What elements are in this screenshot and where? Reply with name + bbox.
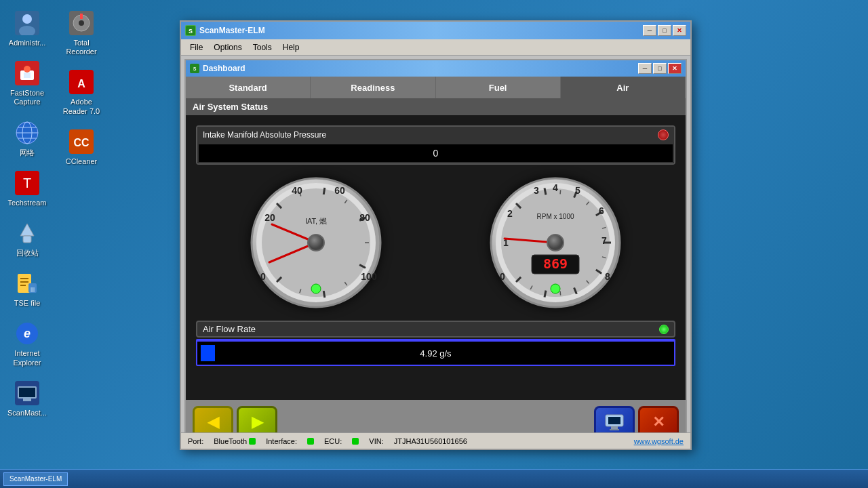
svg-line-78 [560, 291, 561, 296]
airflow-title-bar: Air Flow Rate [196, 321, 675, 338]
admin-label: Administr... [9, 39, 45, 47]
dashboard-maximize[interactable]: □ [653, 63, 667, 74]
svg-line-47 [323, 188, 325, 195]
desktop-icon-ie[interactable]: e InternetExplorer [3, 317, 51, 369]
taskbar: ScanMaster-ELM [0, 469, 868, 488]
ccleaner-label: CCleaner [66, 157, 97, 166]
total-label: TotalRecorder [66, 39, 96, 56]
website-link[interactable]: www.wgsoft.de [634, 437, 684, 445]
tab-air[interactable]: Air [561, 77, 686, 98]
techstream-label: Techstream [8, 199, 47, 207]
airflow-title-text: Air Flow Rate [203, 324, 256, 334]
svg-text:IAT, 燃: IAT, 燃 [305, 217, 327, 225]
close-button[interactable]: ✕ [673, 25, 686, 36]
svg-text:8: 8 [605, 271, 610, 282]
adobe-icon: A [68, 68, 95, 96]
desktop-icon-admin[interactable]: Administr... [3, 7, 51, 50]
desktop-icon-faststone[interactable]: FastStoneCapture [3, 57, 51, 109]
svg-text:A: A [77, 78, 85, 89]
svg-point-97 [551, 284, 560, 293]
airflow-value: 4.92 g/s [196, 339, 675, 366]
main-app-window: S ScanMaster-ELM ─ □ ✕ File Options Tool… [180, 20, 692, 450]
tab-standard[interactable]: Standard [186, 77, 311, 98]
svg-rect-27 [23, 399, 31, 401]
svg-text:|||: ||| [31, 286, 35, 292]
recycle-label: 回收站 [16, 249, 39, 258]
content-area: Intake Manifold Absolute Pressure 0 [186, 115, 686, 400]
ie-icon: e [14, 320, 41, 347]
svg-rect-15 [23, 236, 31, 243]
status-bar: Port: BlueTooth Interface: ECU: VIN: JTJ… [181, 432, 690, 449]
maximize-button[interactable]: □ [658, 25, 671, 36]
svg-rect-31 [80, 14, 83, 19]
svg-line-44 [323, 291, 325, 298]
intake-close-icon[interactable] [658, 129, 669, 140]
menu-help[interactable]: Help [277, 41, 305, 54]
svg-line-69 [545, 291, 546, 298]
menu-file[interactable]: File [184, 41, 208, 54]
svg-point-30 [79, 20, 84, 26]
desktop-icon-scanmast[interactable]: ScanMast... [3, 377, 51, 420]
svg-point-96 [547, 235, 564, 251]
admin-icon [14, 9, 41, 37]
svg-text:20: 20 [264, 212, 275, 223]
svg-point-64 [311, 284, 321, 293]
dashboard-minimize[interactable]: ─ [638, 63, 652, 74]
menu-bar: File Options Tools Help [181, 39, 690, 56]
menu-tools[interactable]: Tools [248, 41, 277, 54]
right-gauge: 0 1 2 3 4 5 6 [488, 175, 623, 310]
desktop-icon-total[interactable]: TotalRecorder [58, 7, 105, 59]
svg-text:e: e [24, 327, 31, 340]
ccleaner-icon: CC [68, 128, 95, 155]
svg-rect-26 [19, 388, 35, 397]
techstream-icon: T [14, 169, 41, 197]
adobe-label: AdobeReader 7.0 [63, 98, 100, 115]
svg-text:3: 3 [534, 185, 539, 196]
svg-text:RPM x 1000: RPM x 1000 [537, 213, 574, 220]
airflow-section: Air Flow Rate 4.92 g/s [196, 321, 675, 366]
dashboard-title-bar: S Dashboard ─ □ ✕ [186, 60, 686, 77]
ie-label: InternetExplorer [14, 349, 41, 367]
left-gauge-svg: 0 20 40 60 80 100 IAT, 燃 [248, 175, 384, 310]
desktop-icon-network[interactable]: 网络 [3, 117, 51, 160]
tab-readiness[interactable]: Readiness [311, 77, 435, 98]
tsefile-icon: ||| [14, 270, 41, 297]
desktop-icon-ccleaner[interactable]: CC CCleaner [58, 125, 105, 169]
minimize-button[interactable]: ─ [643, 25, 656, 36]
tab-fuel[interactable]: Fuel [436, 77, 561, 98]
svg-text:7: 7 [601, 235, 607, 246]
desktop-icon-techstream[interactable]: T Techstream [3, 167, 51, 210]
port-indicator: BlueTooth [214, 437, 256, 445]
svg-text:2: 2 [507, 208, 513, 219]
vin-value: JTJHA31U560101656 [394, 437, 467, 445]
port-label: Port: [188, 437, 203, 445]
desktop-icon-recycle[interactable]: 回收站 [3, 217, 51, 260]
svg-point-63 [308, 235, 324, 251]
scanmast-label: ScanMast... [7, 409, 47, 418]
network-label: 网络 [20, 148, 35, 157]
menu-options[interactable]: Options [208, 41, 247, 54]
svg-text:CC: CC [73, 137, 90, 148]
svg-rect-18 [20, 281, 28, 283]
svg-point-1 [22, 14, 32, 24]
interface-indicator [307, 438, 314, 445]
svg-rect-6 [24, 73, 31, 78]
window-controls: ─ □ ✕ [643, 25, 686, 36]
interface-label: Interface: [266, 437, 297, 445]
svg-text:100: 100 [361, 271, 377, 282]
svg-text:40: 40 [292, 185, 302, 196]
recycle-icon [14, 220, 41, 247]
left-gauge: 0 20 40 60 80 100 IAT, 燃 [248, 175, 384, 310]
dashboard-close[interactable]: ✕ [668, 63, 682, 74]
taskbar-item[interactable]: ScanMaster-ELM [3, 472, 68, 486]
rpm-display: 869 [543, 256, 568, 272]
interface-status-dot [307, 438, 314, 445]
svg-point-5 [24, 66, 31, 73]
port-status-dot [249, 438, 256, 445]
ecu-status-dot [352, 438, 359, 445]
dashboard-window: S Dashboard ─ □ ✕ Standard Readiness Fue… [184, 59, 687, 445]
svg-rect-101 [610, 429, 619, 430]
network-icon [14, 119, 41, 146]
desktop-icon-tsefile[interactable]: ||| TSE file [3, 267, 51, 310]
desktop-icon-adobe[interactable]: A AdobeReader 7.0 [58, 66, 105, 118]
